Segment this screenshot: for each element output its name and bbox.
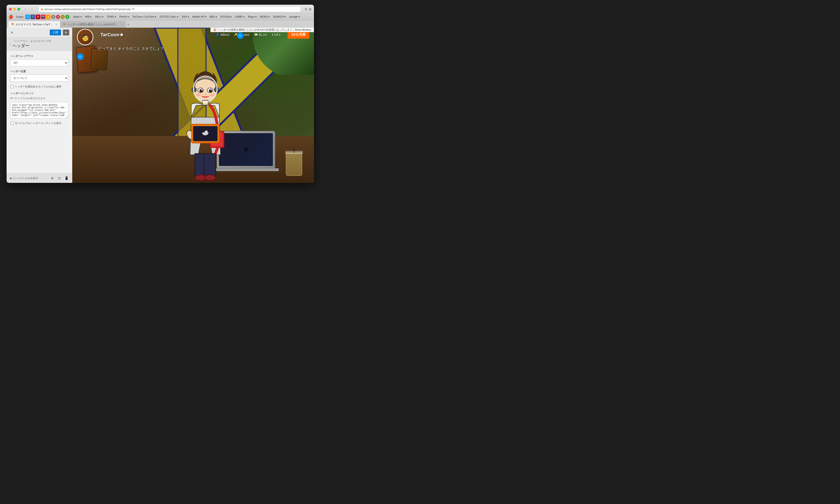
nav-about-label: ABout [220,33,229,37]
menu-mobilehp[interactable]: Mobile HP ▾ [191,15,208,19]
bookmark-extra4[interactable]: ● [65,15,69,19]
nav-about[interactable]: 👤 ABout [216,33,229,37]
bookmarks-bar: 🍎 Twitter 𝕏 f P 📷 a ● ● ● ● Apple ▾ ¥€$ … [6,14,314,20]
edit-nav-pencil[interactable]: ✏ [237,32,243,39]
site-tagline: だってキミ オイラのこと スキでしょ？ [98,47,164,51]
bookmark-amazon[interactable]: a [46,15,51,19]
menu-peerth[interactable]: Peerth ▾ [118,15,131,19]
notification-icon: 🐒 [213,29,217,31]
tab-title-2: ヘッダーの背景を透明にしたいがv5.0.8で白背景になってしまう – Snow … [67,23,119,26]
separator [70,15,71,19]
title-bar: ‹ › 🔒 tarcoon.me/wp-admin/customize.php?… [6,5,314,14]
new-tab-button[interactable]: + [127,22,129,27]
hide-controls-button[interactable]: ◀ コントロールを非表示 [10,177,38,180]
menu-yen[interactable]: ¥€$ ▾ [84,15,93,19]
panel-back-button[interactable]: ‹ [10,42,11,46]
apple-menu-icon: 🍎 [8,15,13,19]
tablet-device-button[interactable]: ⊡ [56,175,62,181]
menu-douga[interactable]: DOUGA ▾ [219,15,233,19]
menu-tarcoon[interactable]: TarCoon☆CarToon ▾ [131,15,158,19]
hide-controls-label: コントロールを非表示 [12,177,38,180]
menu-news[interactable]: NEWS ▾ [259,15,271,19]
panel-title: ヘッダー [13,43,51,49]
menu-bbs[interactable]: BBS ▾ [208,15,219,19]
tab-favicon-1: 🎨 [11,23,14,26]
panel-footer: ◀ コントロールを非表示 🖥 ⊡ 📱 [6,173,72,183]
mobile-content-checkbox-row: モバイルでもヘッダーコンテンツを表示 [10,122,68,125]
panel-breadcrumb: 「レイアウト」をカスタマイズ中 [13,39,51,43]
about-icon: 👤 [216,33,219,36]
menu-systec[interactable]: SYSTEC Intel. ▾ [158,15,180,19]
traffic-lights [9,8,20,11]
mobile-content-label: モバイルでもヘッダーコンテンツを表示 [15,122,61,125]
add-tab-icon[interactable]: ⊞ [309,7,312,11]
info-icon: ℹ [272,33,273,36]
mobile-only-label: ヘッダー位置設定をモバイルのみに適用 [15,85,61,88]
customize-panel: ✕ 公開 ⚙ ‹ 「レイアウト」をカスタマイズ中 ヘッダー ヘッダーレイアウト [6,28,72,183]
menu-tkms[interactable]: TKMS ▾ [105,15,118,19]
svg-point-9 [209,89,212,92]
mobile-only-checkbox[interactable] [10,85,13,88]
tab-close-1[interactable]: ✕ [55,23,57,26]
panel-body[interactable]: ヘッダーレイアウト 1行 2行 ヘッダー位置 オーバレイ 固定 ヘッダー位置設定… [6,51,72,173]
settings-button[interactable]: ⚙ [63,30,69,35]
menu-storage[interactable]: storage ▾ [288,15,301,19]
menu-apple[interactable]: Apple ▾ [72,15,83,19]
panel-nav: ‹ 「レイアウト」をカスタマイズ中 ヘッダー [6,37,72,51]
menu-sns[interactable]: SNS ▾ [180,15,190,19]
bookmarks-apple[interactable]: Twitter [15,15,25,19]
site-logo-text: TarCoon★ [100,32,124,37]
svg-rect-14 [203,100,208,105]
bookmark-facebook[interactable]: f [31,15,35,19]
edit-avatar-pencil[interactable]: ✏ [77,53,84,60]
bookmark-instagram[interactable]: 📷 [41,15,46,19]
close-button[interactable] [9,8,12,11]
tab-title-1: カスタマイズ: TarCoon☆CarToon -Official Web Si… [16,23,53,26]
bookmark-twitter[interactable]: 𝕏 [25,15,30,19]
nav-blog[interactable]: 📖 BLoG [254,33,267,37]
avatar-image: 🧑 [77,29,93,45]
address-bar[interactable]: 🔒 tarcoon.me/wp-admin/customize.php?retu… [38,6,301,12]
svg-point-8 [200,89,203,92]
nav-blog-label: BLoG [259,33,267,37]
share-icon[interactable]: ⬆ [305,7,307,11]
website-preview: 🖥 ✏ ✏ 🧑 [72,28,314,183]
avatar-icon: 🧑 [78,30,93,44]
tab-snowmonkey[interactable]: 🐒 ヘッダーの背景を透明にしたいがv5.0.8で白背景になってしまう – Sno… [60,21,126,28]
mobile-device-button[interactable]: 📱 [64,175,69,181]
nav-info[interactable]: ℹ InFo [272,33,281,37]
bookmark-extra2[interactable]: ● [56,15,60,19]
menu-blogs[interactable]: Blogs ▾ [246,15,258,19]
header-layout-select[interactable]: 1行 2行 [10,59,68,66]
menu-search[interactable]: SEARCH ▾ [272,15,288,19]
bookmark-pinterest[interactable]: P [36,15,40,19]
forward-button[interactable]: › [29,6,35,12]
menu-game[interactable]: GAME ▾ [234,15,246,19]
publish-button[interactable]: 公開 [50,30,61,35]
tab-close-2[interactable]: ✕ [121,23,123,26]
panel-close-button[interactable]: ✕ [10,30,15,35]
browser-window: ‹ › 🔒 tarcoon.me/wp-admin/customize.php?… [6,5,314,183]
lock-icon: 🔒 [40,8,44,10]
svg-point-22 [204,175,216,180]
nav-buttons: ‹ › [22,6,35,12]
drink-decoration [286,152,302,176]
maximize-button[interactable] [17,8,20,11]
header-content-textarea[interactable]: <div class="wp-block-snow-monkey-blocks-… [10,102,68,119]
header-position-select[interactable]: オーバレイ 固定 [10,74,68,82]
minimize-button[interactable] [13,8,16,11]
svg-point-10 [201,90,202,90]
back-button[interactable]: ‹ [22,6,28,12]
header-position-label: ヘッダー位置 [10,70,68,73]
mobile-content-checkbox[interactable] [10,122,13,125]
svg-point-12 [195,93,201,96]
site-logo[interactable]: TarCoon★ [100,32,124,37]
tabs-bar: 🎨 カスタマイズ: TarCoon☆CarToon -Official Web … [6,20,314,28]
bookmark-extra3[interactable]: ● [61,15,65,19]
menu-valu[interactable]: VALU ▾ [93,15,105,19]
tab-customize[interactable]: 🎨 カスタマイズ: TarCoon☆CarToon -Official Web … [8,21,60,28]
desktop-device-button[interactable]: 🖥 [50,175,55,181]
refresh-button[interactable]: ↻ [132,7,135,11]
browser-content: ✕ 公開 ⚙ ‹ 「レイアウト」をカスタマイズ中 ヘッダー ヘッダーレイアウト [6,28,314,183]
bookmark-extra1[interactable]: ● [51,15,55,19]
